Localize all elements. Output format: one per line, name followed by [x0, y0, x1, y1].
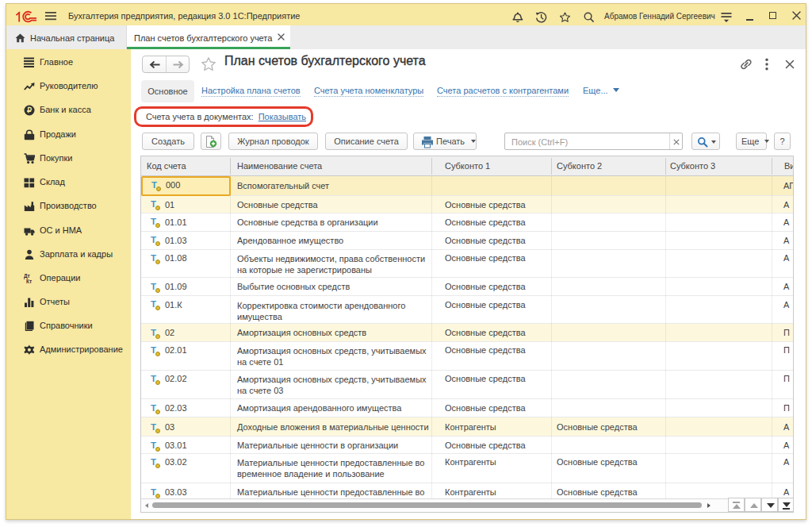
svg-text:₽: ₽: [27, 106, 32, 114]
svg-text:Кт: Кт: [26, 279, 32, 284]
